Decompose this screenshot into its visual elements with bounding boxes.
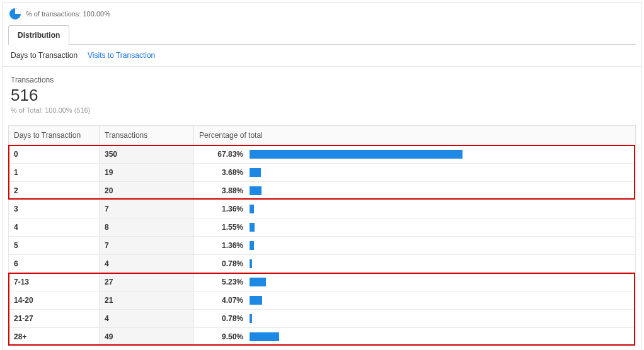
cell-transactions: 4 (100, 310, 194, 328)
bar-fill (250, 223, 255, 232)
table-row: 14-20214.07% (9, 291, 636, 310)
cell-transactions: 350 (100, 145, 194, 164)
distribution-table-container: Days to Transaction Transactions Percent… (8, 125, 636, 346)
cell-percentage: 67.83% (194, 145, 636, 164)
table-row: 1193.68% (9, 164, 636, 182)
cell-percentage: 0.78% (194, 255, 636, 273)
table-row: 640.78% (9, 255, 636, 273)
cell-percentage: 1.36% (194, 200, 636, 218)
cell-transactions: 7 (100, 200, 194, 218)
pct-value: 0.78% (194, 314, 250, 323)
pct-value: 3.68% (194, 168, 250, 177)
bar-fill (250, 205, 254, 213)
cell-days: 3 (9, 200, 100, 218)
cell-percentage: 3.88% (194, 182, 636, 200)
cell-percentage: 3.68% (194, 164, 636, 182)
cell-transactions: 19 (100, 164, 194, 182)
table-row: 371.36% (9, 200, 636, 218)
col-percentage[interactable]: Percentage of total (194, 126, 636, 145)
pct-value: 0.78% (194, 259, 250, 268)
tab-distribution[interactable]: Distribution (8, 25, 69, 45)
cell-days: 2 (9, 182, 100, 200)
table-row: 481.55% (9, 218, 636, 237)
cell-percentage: 9.50% (194, 328, 636, 346)
table-row: 21-2740.78% (9, 310, 636, 328)
bar-fill (250, 150, 463, 159)
subtab-days[interactable]: Days to Transaction (11, 51, 78, 60)
pct-value: 9.50% (194, 332, 250, 341)
col-days[interactable]: Days to Transaction (9, 126, 100, 145)
table-row: 571.36% (9, 237, 636, 255)
cell-days: 4 (9, 218, 100, 237)
cell-days: 1 (9, 164, 100, 182)
cell-transactions: 4 (100, 255, 194, 273)
cell-days: 21-27 (9, 310, 100, 328)
bar-fill (250, 296, 262, 305)
cell-percentage: 4.07% (194, 291, 636, 310)
pie-icon (9, 8, 21, 20)
cell-transactions: 27 (100, 273, 194, 291)
table-row: 7-13275.23% (9, 273, 636, 291)
pct-value: 67.83% (194, 150, 250, 159)
subtab-visits[interactable]: Visits to Transaction (88, 51, 155, 60)
cell-days: 28+ (9, 328, 100, 346)
summary-sub: % of Total: 100.00% (516) (11, 106, 633, 114)
cell-days: 5 (9, 237, 100, 255)
pct-value: 1.36% (194, 205, 250, 213)
bar-fill (250, 278, 266, 286)
tabs: Distribution (8, 25, 636, 45)
bar-fill (250, 241, 254, 250)
cell-percentage: 1.55% (194, 218, 636, 237)
table-row: 2203.88% (9, 182, 636, 200)
table-row: 28+499.50% (9, 328, 636, 346)
cell-transactions: 20 (100, 182, 194, 200)
pct-value: 3.88% (194, 186, 250, 195)
cell-percentage: 5.23% (194, 273, 636, 291)
cell-transactions: 21 (100, 291, 194, 310)
subtabs: Days to Transaction Visits to Transactio… (3, 45, 641, 67)
cell-transactions: 8 (100, 218, 194, 237)
cell-days: 0 (9, 145, 100, 164)
cell-percentage: 0.78% (194, 310, 636, 328)
pct-of-transactions: % of transactions: 100.00% (26, 10, 110, 18)
distribution-table: Days to Transaction Transactions Percent… (8, 125, 636, 346)
summary-label: Transactions (11, 76, 633, 84)
pct-value: 1.55% (194, 223, 250, 232)
summary-value: 516 (11, 86, 633, 105)
pct-value: 5.23% (194, 278, 250, 286)
table-row: 035067.83% (9, 145, 636, 164)
pct-value: 1.36% (194, 241, 250, 250)
pct-value: 4.07% (194, 296, 250, 305)
cell-days: 7-13 (9, 273, 100, 291)
cell-days: 6 (9, 255, 100, 273)
bar-fill (250, 168, 261, 177)
cell-transactions: 7 (100, 237, 194, 255)
cell-days: 14-20 (9, 291, 100, 310)
col-transactions[interactable]: Transactions (100, 126, 194, 145)
bar-fill (250, 314, 252, 323)
bar-fill (250, 259, 252, 268)
bar-fill (250, 332, 279, 341)
cell-transactions: 49 (100, 328, 194, 346)
cell-percentage: 1.36% (194, 237, 636, 255)
bar-fill (250, 186, 262, 195)
